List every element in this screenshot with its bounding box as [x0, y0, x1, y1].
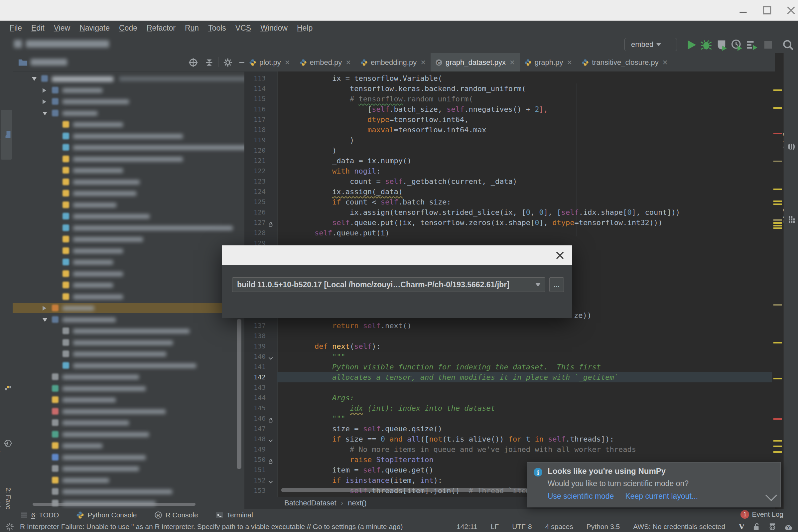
tree-root-row[interactable] [13, 74, 244, 84]
stripe-mark[interactable] [773, 225, 782, 226]
chevron-down-icon[interactable] [42, 112, 47, 115]
stripe-mark[interactable] [773, 204, 782, 205]
code-line-123[interactable]: 123 count = self._getbatch(current, _dat… [244, 176, 775, 187]
tree-row[interactable] [13, 154, 244, 164]
gear-question-icon[interactable]: ? [784, 522, 793, 531]
code-line-113[interactable]: 113 ix = tensorflow.Variable( [244, 73, 775, 83]
tree-row[interactable] [13, 200, 244, 210]
fold-gutter-icon[interactable] [268, 354, 274, 360]
tree-row[interactable] [13, 372, 244, 382]
keep-current-layout-link[interactable]: Keep current layout... [625, 492, 698, 501]
tree-row[interactable] [13, 349, 244, 359]
tree-row[interactable] [13, 177, 244, 187]
tab-embed.py[interactable]: embed.py✕ [295, 53, 356, 72]
close-icon[interactable]: ✕ [420, 58, 426, 66]
tree-row[interactable] [13, 211, 244, 222]
tree-row[interactable] [13, 315, 244, 325]
run-with-coverage-button[interactable] [716, 39, 727, 51]
code-line-142[interactable]: 142 allocates a tensor, and then modifie… [244, 372, 775, 382]
stripe-mark[interactable] [773, 342, 782, 343]
menu-edit[interactable]: Edit [26, 22, 49, 34]
tab-embedding.py[interactable]: embedding.py✕ [356, 53, 431, 72]
locate-file-icon[interactable] [188, 58, 198, 68]
tree-row[interactable] [13, 189, 244, 198]
lock-gutter-icon[interactable] [268, 220, 274, 226]
chevron-down-icon[interactable] [765, 490, 777, 501]
code-line-148[interactable]: 148 if size == 0 and all([not(t.is_alive… [244, 434, 775, 444]
code-line-137[interactable]: 137 return self.next() [244, 321, 775, 331]
tool-window-button-terminal[interactable]: Terminal [215, 511, 253, 519]
close-icon[interactable]: ✕ [566, 58, 572, 66]
collapse-all-icon[interactable] [204, 58, 214, 68]
tree-row[interactable] [13, 120, 244, 130]
tab-transitive_closure.py[interactable]: transitive_closure.py✕ [577, 53, 672, 72]
stripe-mark[interactable] [773, 107, 782, 109]
tool-window-button-sciview[interactable]: SciView [784, 193, 796, 246]
stripe-mark[interactable] [773, 222, 782, 224]
tool-window-button-python-console[interactable]: Python Console [76, 511, 137, 519]
profiler-button[interactable] [731, 39, 743, 51]
tab-graph.py[interactable]: graph.py✕ [520, 53, 577, 72]
tool-window-button-7-structure[interactable]: 7: Structure [1, 362, 12, 412]
tree-row[interactable] [13, 223, 244, 233]
tree-row[interactable] [13, 166, 244, 175]
ideavim-icon[interactable]: V [739, 522, 745, 532]
jdk-build-combobox[interactable]: build 11.0.5+10-b520.17 [Local /home/zou… [232, 277, 545, 292]
tree-row[interactable] [13, 418, 244, 428]
code-line-145[interactable]: 145 idx (int): index into the dataset [244, 403, 775, 413]
tree-row[interactable] [13, 361, 244, 371]
tab-plot.py[interactable]: plot.py✕ [244, 53, 295, 72]
code-line-114[interactable]: 114 tensorflow.keras.backend.random_unif… [244, 83, 775, 94]
tree-row[interactable] [13, 269, 244, 279]
breadcrumb-method[interactable]: next() [348, 499, 366, 507]
tree-row[interactable] [13, 441, 244, 451]
file-encoding[interactable]: UTF-8 [512, 523, 532, 531]
tree-row[interactable] [13, 326, 244, 336]
code-line-143[interactable]: 143 [244, 382, 775, 393]
tree-row[interactable] [13, 453, 244, 462]
tool-window-button-1-project[interactable]: 1: Project [1, 110, 12, 159]
unlock-icon[interactable] [752, 522, 761, 531]
run-configuration-select[interactable]: embed [624, 38, 677, 51]
stripe-mark[interactable] [773, 445, 782, 447]
stripe-mark[interactable] [773, 189, 782, 190]
chevron-right-icon[interactable] [42, 88, 46, 93]
stripe-mark[interactable] [773, 440, 782, 441]
code-line-144[interactable]: 144 Args: [244, 393, 775, 403]
code-line-120[interactable]: 120 ) [244, 145, 775, 156]
code-line-118[interactable]: 118 maxval=tensorflow.int64.max [244, 125, 775, 135]
tool-window-button-6-todo[interactable]: 6: TODO [20, 511, 59, 519]
dialog-close-icon[interactable] [555, 250, 565, 261]
stripe-mark[interactable] [773, 90, 782, 91]
code-line-124[interactable]: 124 ix.assign(_data) [244, 187, 775, 197]
tree-row[interactable] [13, 475, 244, 486]
menu-window[interactable]: Window [256, 22, 292, 34]
menu-refactor[interactable]: Refactor [142, 22, 180, 34]
tree-row[interactable] [13, 487, 244, 497]
chevron-right-icon[interactable] [42, 99, 46, 104]
fold-gutter-icon[interactable] [268, 436, 274, 442]
breadcrumb-class[interactable]: BatchedDataset [284, 499, 337, 507]
menu-tools[interactable]: Tools [204, 22, 231, 34]
tree-row[interactable] [13, 430, 244, 440]
code-line-139[interactable]: 139 def next(self): [244, 341, 775, 352]
lock-gutter-icon[interactable] [268, 416, 274, 422]
tool-window-button-r-console[interactable]: RR Console [154, 511, 198, 519]
combobox-arrow[interactable] [531, 278, 545, 291]
code-line-126[interactable]: 126 ix.assign(tensorflow.strided_slice(i… [244, 207, 775, 217]
stripe-mark[interactable] [773, 418, 782, 420]
stripe-mark[interactable] [773, 378, 782, 379]
code-line-121[interactable]: 121 _data = ix.numpy() [244, 156, 775, 166]
concurrency-diagram-button[interactable] [746, 39, 758, 51]
minimize-button[interactable] [738, 5, 749, 16]
indent-setting[interactable]: 4 spaces [545, 523, 573, 531]
project-vertical-scrollbar[interactable] [237, 319, 241, 469]
code-line-127[interactable]: 127 self.queue.put((ix, tensorflow.zeros… [244, 217, 775, 228]
menu-view[interactable]: View [49, 22, 75, 34]
project-horizontal-scrollbar[interactable] [33, 503, 195, 506]
tree-row-selected[interactable] [13, 303, 244, 313]
stripe-mark[interactable] [773, 219, 782, 221]
code-line-115[interactable]: 115 # tensorflow.random_uniform( [244, 94, 775, 104]
chevron-down-icon[interactable] [42, 318, 47, 322]
chevron-down-icon[interactable] [32, 77, 37, 81]
